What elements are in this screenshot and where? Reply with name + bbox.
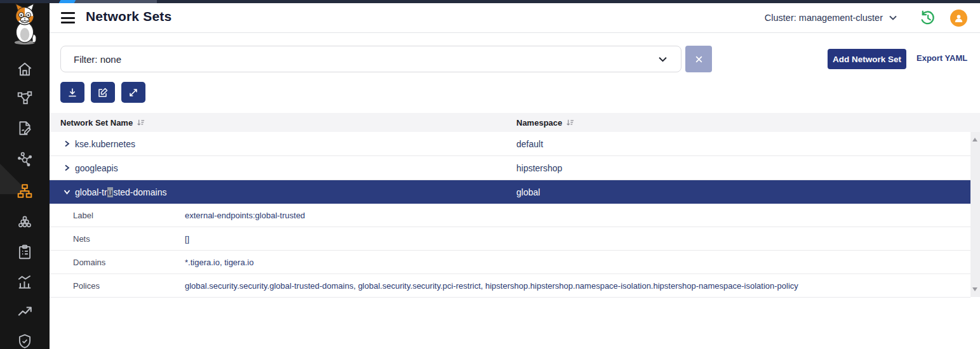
namespace-value: hipstershop: [516, 163, 562, 173]
scroll-up-arrow-icon[interactable]: [972, 138, 977, 142]
table-row-global-trusted-domains[interactable]: global-trusted-domains global: [50, 180, 970, 204]
shield-icon: [17, 333, 33, 349]
table-header: Network Set Name Namespace: [50, 113, 980, 132]
top-window-strip: [0, 0, 980, 3]
export-yaml-link[interactable]: Export YAML: [916, 53, 967, 63]
sidebar-item-network-sets[interactable]: [0, 182, 50, 200]
clear-filter-button[interactable]: [685, 46, 712, 72]
sort-icon: [137, 119, 145, 127]
close-icon: [695, 55, 703, 63]
cluster-selector-label: Cluster: management-cluster: [765, 13, 883, 23]
detail-row-nets: Nets []: [50, 227, 970, 251]
text-cursor: u: [107, 187, 114, 197]
add-network-set-button[interactable]: Add Network Set: [828, 49, 906, 69]
edit-icon: [98, 88, 108, 98]
column-label: Namespace: [516, 118, 562, 128]
column-label: Network Set Name: [60, 118, 133, 128]
sidebar-item-flow-visualization[interactable]: [0, 150, 50, 168]
expand-icon: [128, 88, 138, 98]
namespace-value: global: [516, 187, 540, 197]
detail-label: Label: [73, 211, 93, 220]
page-title: Network Sets: [86, 9, 171, 24]
detail-row-polices: Polices global.security.security.global-…: [50, 274, 970, 298]
history-icon: [919, 10, 936, 27]
filter-dropdown[interactable]: Filter: none: [60, 46, 681, 72]
network-set-name: global-trusted-domains: [75, 187, 166, 197]
endpoints-icon: [17, 214, 33, 231]
chevron-down-icon: [889, 15, 897, 20]
menu-toggle-button[interactable]: [61, 12, 75, 23]
network-sets-page: Network Sets Cluster: management-cluster…: [0, 0, 980, 349]
detail-label: Nets: [73, 234, 90, 244]
user-avatar-button[interactable]: [950, 10, 967, 27]
download-icon: [67, 88, 77, 98]
filter-dropdown-value: Filter: none: [74, 54, 121, 65]
sidebar-item-service-graph[interactable]: [0, 89, 50, 107]
cat-logo[interactable]: [8, 3, 41, 46]
sidebar-item-compliance[interactable]: [0, 243, 50, 261]
sidebar-item-home[interactable]: [0, 60, 50, 78]
sidebar-item-policies[interactable]: [0, 119, 50, 137]
cluster-selector[interactable]: Cluster: management-cluster: [765, 3, 897, 32]
table-scrollbar[interactable]: [970, 132, 980, 297]
sidebar-item-statistics[interactable]: [0, 273, 50, 291]
sidebar-item-security-shield[interactable]: [0, 333, 50, 349]
sidebar-item-trends[interactable]: [0, 303, 50, 320]
sidebar-item-endpoints[interactable]: [0, 214, 50, 232]
flow-visualization-icon: [17, 151, 33, 168]
page-header: Network Sets Cluster: management-cluster: [50, 3, 980, 33]
detail-label: Domains: [73, 258, 105, 267]
sort-icon: [566, 119, 574, 127]
chevron-right-icon: [64, 164, 70, 171]
top-strip-segment: [74, 0, 157, 3]
policies-icon: [17, 120, 33, 136]
edit-button[interactable]: [91, 82, 115, 103]
chevron-right-icon: [64, 140, 70, 147]
detail-value: []: [185, 234, 189, 244]
column-header-network-set-name[interactable]: Network Set Name: [60, 113, 145, 132]
scroll-down-arrow-icon[interactable]: [972, 287, 977, 291]
namespace-value: default: [516, 139, 543, 149]
network-set-name: kse.kubernetes: [75, 139, 135, 149]
compliance-icon: [17, 244, 33, 260]
history-button[interactable]: [919, 10, 936, 27]
network-sets-icon: [17, 183, 33, 199]
statistics-icon: [17, 273, 33, 290]
detail-row-label: Label external-endpoints:global-trusted: [50, 204, 970, 227]
top-strip-accent: [59, 0, 76, 3]
detail-value: global.security.security.global-trusted-…: [185, 281, 798, 291]
detail-value: *.tigera.io, tigera.io: [185, 258, 253, 267]
sidebar: [0, 0, 50, 349]
chevron-down-icon: [659, 56, 667, 62]
service-graph-icon: [17, 89, 33, 106]
detail-value: external-endpoints:global-trusted: [185, 211, 305, 220]
detail-row-domains: Domains *.tigera.io, tigera.io: [50, 251, 970, 274]
table-row-kse-kubernetes[interactable]: kse.kubernetes default: [50, 132, 970, 156]
table-row-googleapis[interactable]: googleapis hipstershop: [50, 156, 970, 180]
expand-button[interactable]: [121, 82, 145, 103]
column-header-namespace[interactable]: Namespace: [516, 113, 574, 132]
download-button[interactable]: [60, 82, 84, 103]
network-set-name: googleapis: [75, 163, 118, 173]
user-icon: [953, 13, 964, 23]
chevron-down-icon: [64, 188, 70, 195]
detail-label: Polices: [73, 281, 100, 291]
home-icon: [17, 61, 33, 77]
table-body: kse.kubernetes default googleapis hipste…: [50, 132, 970, 298]
trends-icon: [17, 303, 33, 320]
